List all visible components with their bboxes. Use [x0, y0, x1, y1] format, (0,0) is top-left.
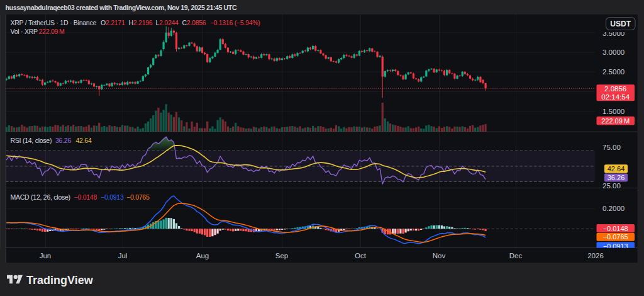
svg-text:75.00: 75.00 — [602, 144, 621, 151]
svg-text:USDT: USDT — [610, 20, 631, 28]
svg-text:0.2000: 0.2000 — [602, 205, 625, 212]
svg-text:Oct: Oct — [355, 252, 367, 259]
svg-text:−0.0148: −0.0148 — [603, 225, 628, 232]
svg-text:Nov: Nov — [433, 252, 446, 259]
svg-text:36.26: 36.26 — [55, 137, 71, 144]
svg-text:−0.0765: −0.0765 — [603, 233, 628, 241]
svg-text:Sep: Sep — [275, 252, 288, 259]
svg-text:RSI (14, close): RSI (14, close) — [11, 137, 52, 144]
svg-text:2.5000: 2.5000 — [602, 68, 625, 76]
svg-text:−0.0765: −0.0765 — [126, 193, 150, 201]
svg-text:−0.0913: −0.0913 — [101, 193, 124, 201]
svg-text:42.64: 42.64 — [76, 137, 92, 144]
svg-text:2.0856: 2.0856 — [604, 85, 626, 93]
svg-text:Jun: Jun — [40, 252, 52, 259]
svg-text:3.0000: 3.0000 — [602, 48, 625, 56]
svg-text:hussaynabdulraqeeb03 created w: hussaynabdulraqeeb03 created with Tradin… — [6, 4, 237, 11]
svg-text:L2.0244: L2.0244 — [156, 19, 179, 26]
svg-text:36.26: 36.26 — [608, 174, 625, 181]
svg-text:222.09 M: 222.09 M — [39, 28, 65, 35]
svg-text:222.09 M: 222.09 M — [601, 117, 630, 125]
svg-text:2026: 2026 — [587, 252, 604, 259]
svg-text:C2.0856: C2.0856 — [182, 19, 206, 26]
svg-text:TradingView: TradingView — [26, 274, 94, 287]
svg-text:MACD (12, 26, close): MACD (12, 26, close) — [11, 193, 70, 201]
svg-text:XRP / TetherUS · 1D · Binance: XRP / TetherUS · 1D · Binance — [11, 19, 97, 26]
svg-text:02:14:54: 02:14:54 — [601, 93, 630, 101]
svg-text:O2.2171: O2.2171 — [101, 19, 125, 26]
svg-text:Jul: Jul — [118, 252, 128, 259]
svg-text:Vol · XRP: Vol · XRP — [11, 28, 38, 35]
svg-text:25.00: 25.00 — [602, 182, 621, 190]
svg-text:1.5000: 1.5000 — [602, 108, 625, 115]
svg-text:−0.0148: −0.0148 — [74, 193, 97, 201]
svg-text:−0.1316 (−5.94%): −0.1316 (−5.94%) — [210, 19, 260, 26]
svg-text:42.64: 42.64 — [608, 165, 625, 173]
svg-text:Aug: Aug — [196, 252, 209, 259]
svg-text:H2.2196: H2.2196 — [129, 19, 153, 26]
svg-text:Dec: Dec — [509, 252, 523, 259]
